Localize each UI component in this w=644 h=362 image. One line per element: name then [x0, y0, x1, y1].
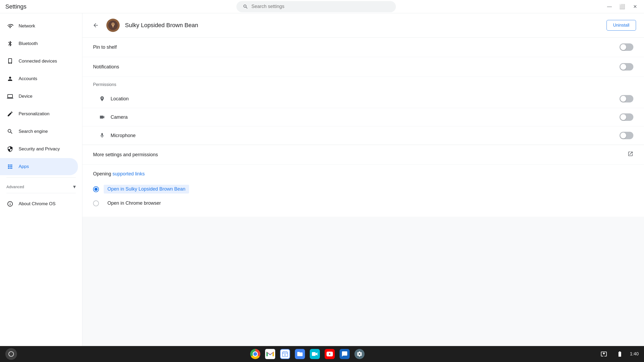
bluetooth-icon [6, 40, 14, 47]
minimize-button[interactable]: — [606, 3, 613, 10]
camera-icon [98, 113, 106, 121]
sidebar-item-security-label: Security and Privacy [19, 146, 60, 152]
accounts-icon [6, 75, 14, 83]
files-icon [295, 349, 305, 359]
meet-icon [310, 349, 320, 359]
svg-text:31: 31 [284, 354, 286, 356]
chrome-icon [250, 349, 260, 359]
open-in-chrome-radio[interactable] [93, 200, 99, 206]
microphone-left: Microphone [98, 132, 136, 139]
more-settings-label: More settings and permissions [93, 152, 158, 158]
personalization-icon [6, 110, 14, 118]
sidebar-item-apps[interactable]: Apps [0, 158, 78, 175]
taskbar-center: 31 [249, 348, 365, 360]
about-icon [6, 200, 14, 208]
microphone-toggle[interactable] [620, 132, 633, 139]
taskbar-youtube[interactable] [324, 348, 336, 360]
back-button[interactable] [90, 20, 101, 31]
taskbar-left [5, 348, 17, 360]
svg-point-1 [112, 24, 113, 24]
taskbar-meet[interactable] [309, 348, 321, 360]
more-settings-row[interactable]: More settings and permissions [82, 145, 644, 164]
location-permission-row: Location [82, 90, 644, 108]
screen-mirror-icon[interactable] [598, 348, 610, 360]
microphone-icon [98, 132, 106, 139]
svg-rect-8 [312, 352, 316, 356]
uninstall-button[interactable]: Uninstall [607, 20, 636, 31]
sidebar-item-bluetooth[interactable]: Bluetooth [0, 35, 78, 52]
open-in-app-label: Open in Sulky Lopsided Brown Bean [104, 185, 189, 194]
about-label: About Chrome OS [19, 201, 56, 207]
search-input[interactable] [251, 4, 389, 9]
svg-point-3 [9, 352, 14, 356]
pin-to-shelf-toggle[interactable] [620, 43, 633, 51]
sidebar-item-accounts[interactable]: Accounts [0, 70, 78, 87]
notifications-toggle[interactable] [620, 63, 633, 71]
taskbar-messages[interactable] [339, 348, 350, 360]
location-toggle[interactable] [620, 95, 633, 102]
external-link-icon [628, 151, 633, 158]
search-engine-icon [6, 128, 14, 135]
search-icon [243, 4, 248, 10]
sidebar-item-device-label: Device [19, 94, 32, 99]
notifications-row: Notifications [82, 57, 644, 76]
camera-toggle[interactable] [620, 113, 633, 121]
pin-to-shelf-section: Pin to shelf [82, 38, 644, 57]
taskbar-files[interactable] [294, 348, 306, 360]
home-button[interactable] [5, 348, 17, 360]
location-label: Location [111, 96, 129, 102]
taskbar-settings[interactable] [354, 348, 365, 360]
svg-rect-5 [284, 351, 284, 352]
youtube-icon [325, 349, 335, 359]
gmail-icon [265, 349, 275, 359]
sidebar-item-search-engine[interactable]: Search engine [0, 123, 78, 140]
content-area: Sulky Lopsided Brown Bean Uninstall Pin … [82, 13, 644, 346]
permissions-header: Permissions [82, 77, 644, 90]
microphone-label: Microphone [111, 133, 136, 138]
main-layout: Network Bluetooth Connected devices Acco… [0, 13, 644, 346]
taskbar-gmail[interactable] [264, 348, 276, 360]
sidebar-item-apps-label: Apps [19, 164, 29, 169]
supported-links-link[interactable]: supported links [112, 171, 145, 176]
open-in-chrome-option[interactable]: Open in Chrome browser [93, 196, 633, 210]
messages-icon [340, 349, 350, 359]
taskbar-calendar[interactable]: 31 [279, 348, 291, 360]
notifications-label: Notifications [93, 64, 119, 70]
apps-icon [6, 163, 14, 170]
open-in-app-option[interactable]: Open in Sulky Lopsided Brown Bean [93, 182, 633, 196]
sidebar-item-connected-devices[interactable]: Connected devices [0, 53, 78, 70]
app-header: Sulky Lopsided Brown Bean Uninstall [82, 13, 644, 38]
sidebar-item-about[interactable]: About Chrome OS [0, 195, 78, 212]
calendar-icon: 31 [280, 349, 290, 359]
sidebar-divider [6, 177, 76, 178]
maximize-button[interactable]: ⬜ [618, 3, 626, 10]
sidebar-divider-2 [6, 193, 76, 193]
battery-icon[interactable] [614, 348, 626, 360]
taskbar-right: 1:40 [598, 348, 639, 360]
taskbar: 31 [0, 346, 644, 362]
clock: 1:40 [630, 351, 639, 357]
permissions-title: Permissions [93, 82, 116, 87]
shield-icon [6, 145, 14, 153]
app-logo [108, 20, 118, 30]
sidebar-item-bluetooth-label: Bluetooth [19, 41, 38, 46]
sidebar-item-search-engine-label: Search engine [19, 129, 48, 134]
close-button[interactable]: ✕ [631, 3, 639, 10]
pin-to-shelf-label: Pin to shelf [93, 44, 117, 50]
app-icon [106, 19, 120, 32]
open-in-app-radio[interactable] [93, 186, 99, 192]
location-left: Location [98, 95, 129, 102]
sidebar-item-personalization[interactable]: Personalization [0, 105, 78, 122]
sidebar-item-security[interactable]: Security and Privacy [0, 141, 78, 158]
svg-point-2 [113, 24, 114, 24]
sidebar-item-advanced[interactable]: Advanced ▾ [0, 180, 82, 191]
window-controls: — ⬜ ✕ [606, 3, 639, 10]
sidebar-item-device[interactable]: Device [0, 88, 78, 105]
taskbar-chrome[interactable] [249, 348, 261, 360]
open-in-chrome-label: Open in Chrome browser [104, 199, 165, 208]
settings-icon [354, 349, 365, 359]
opening-section: Opening supported links Open in Sulky Lo… [82, 165, 644, 217]
search-bar[interactable] [236, 1, 396, 12]
sidebar-item-network[interactable]: Network [0, 18, 78, 35]
app-title: Settings [5, 3, 27, 10]
